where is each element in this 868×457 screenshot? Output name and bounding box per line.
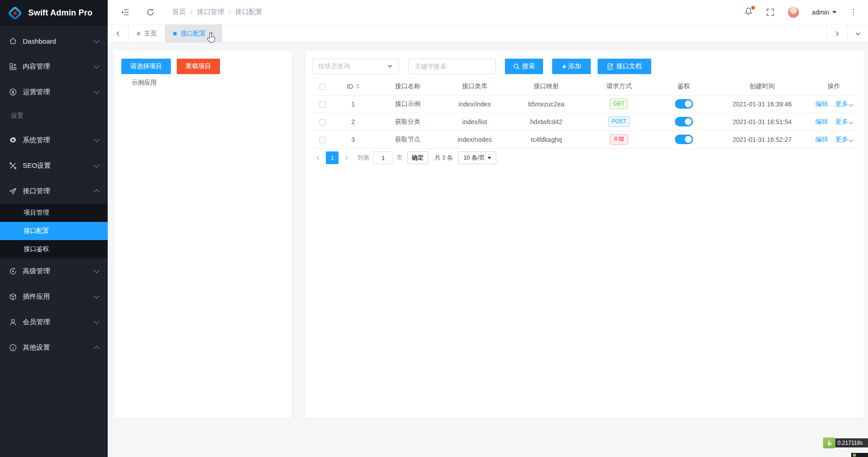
sidebar-item-content[interactable]: 内容管理 xyxy=(0,54,108,79)
next-page-button[interactable] xyxy=(340,151,352,164)
table-row: 2 获取分类 index/list hdxtwfcd42 POST 2021-0… xyxy=(312,113,858,131)
cell-id: 1 xyxy=(333,95,374,113)
api-docs-button[interactable]: 接口文档 xyxy=(598,59,651,74)
goto-page-input[interactable] xyxy=(373,151,393,164)
tab-api-config[interactable]: 接口配置 × xyxy=(165,25,222,42)
column-header-name: 接口名称 xyxy=(374,78,442,95)
sort-icon[interactable] xyxy=(356,84,359,89)
page-unit-label: 页 xyxy=(397,154,403,162)
breadcrumb-api-management[interactable]: 接口管理 xyxy=(197,8,224,16)
sidebar-item-api[interactable]: 接口管理 xyxy=(0,178,108,204)
home-icon xyxy=(9,37,17,45)
sidebar-item-system[interactable]: 系统管理 xyxy=(0,127,108,153)
sidebar-item-label: 其他设置 xyxy=(23,343,95,352)
auth-toggle[interactable] xyxy=(675,117,693,126)
table-row: 3 获取节点 index/nodes tc4fdkaghq 不限 2021-01… xyxy=(312,131,858,148)
tabs-scroll-left-button[interactable] xyxy=(108,25,129,42)
collapse-sidebar-icon[interactable] xyxy=(120,8,130,17)
tabs: 主页 接口配置 × xyxy=(129,25,826,42)
page-size-select[interactable]: 10 条/页 xyxy=(458,151,496,164)
tabbar: 主页 接口配置 × xyxy=(108,25,868,43)
cube-icon xyxy=(9,293,17,301)
auth-toggle[interactable] xyxy=(675,99,693,109)
column-header-auth: 鉴权 xyxy=(653,78,714,95)
edit-link[interactable]: 编辑 xyxy=(815,100,828,108)
tabs-menu-button[interactable] xyxy=(847,25,868,42)
tab-label: 主页 xyxy=(144,30,157,38)
keyword-search-input[interactable] xyxy=(409,59,496,74)
reload-project-button[interactable]: 重载项目 xyxy=(177,59,220,74)
more-menu-icon[interactable]: ⋮ xyxy=(849,8,857,16)
sidebar-item-seo[interactable]: SEO设置 xyxy=(0,153,108,178)
search-button-label: 搜索 xyxy=(522,62,535,70)
method-badge: POST xyxy=(608,116,630,126)
chevron-left-icon xyxy=(115,31,121,36)
notifications-button[interactable] xyxy=(744,7,753,18)
sidebar-item-members[interactable]: 会员管理 xyxy=(0,309,108,335)
select-all-checkbox[interactable] xyxy=(319,84,326,90)
sidebar-item-other[interactable]: 其他设置 xyxy=(0,335,108,360)
chevron-down-icon xyxy=(94,88,100,94)
edit-link[interactable]: 编辑 xyxy=(815,136,828,144)
cell-name: 获取节点 xyxy=(374,131,442,148)
chevron-right-icon xyxy=(344,155,349,161)
trace-bar[interactable] xyxy=(851,453,868,457)
cell-map: b5mxzuc2ea xyxy=(508,95,585,113)
logo-diamond-icon xyxy=(7,5,23,21)
more-link[interactable]: 更多 xyxy=(835,118,853,126)
sidebar-subitem-api-config[interactable]: 接口配置 xyxy=(0,222,108,240)
more-link[interactable]: 更多 xyxy=(835,100,853,108)
sidebar-item-dashboard[interactable]: Dashboard xyxy=(0,28,108,54)
tab-home[interactable]: 主页 xyxy=(129,25,165,42)
breadcrumb-home[interactable]: 首页 xyxy=(172,8,186,16)
avatar[interactable] xyxy=(788,6,799,18)
row-checkbox[interactable] xyxy=(319,137,326,143)
more-link[interactable]: 更多 xyxy=(835,136,853,144)
cell-lib: index/nodes xyxy=(442,131,508,148)
select-project-button[interactable]: 请选择项目 xyxy=(121,59,171,74)
edit-link[interactable]: 编辑 xyxy=(815,118,828,126)
breadcrumb-api-config: 接口配置 xyxy=(235,8,262,16)
api-table: ID 接口名称 接口类库 接口映射 请求方式 鉴权 创建时间 操作 1 xyxy=(312,78,858,149)
row-checkbox[interactable] xyxy=(319,101,326,108)
page-number-button[interactable]: 1 xyxy=(326,151,339,164)
status-filter-select[interactable]: 按状态查询 xyxy=(312,59,399,74)
cell-created-time: 2021-01-31 16:52:27 xyxy=(714,131,810,148)
column-header-method: 请求方式 xyxy=(585,78,653,95)
sidebar-item-operations[interactable]: 运营管理 xyxy=(0,79,108,105)
sidebar-item-label: 高级管理 xyxy=(23,267,95,276)
breadcrumb-separator: / xyxy=(190,8,192,16)
cell-map: tc4fdkaghq xyxy=(508,131,585,148)
auth-toggle[interactable] xyxy=(675,135,693,144)
sidebar-item-label: SEO设置 xyxy=(23,161,95,170)
trace-badge[interactable] xyxy=(823,437,835,448)
sidebar-menu: Dashboard 内容管理 运营管理 设置 系统管理 SEO设 xyxy=(0,26,108,360)
cell-name: 获取分类 xyxy=(374,113,442,131)
close-icon[interactable]: × xyxy=(210,30,214,37)
add-button[interactable]: + 添加 xyxy=(552,59,591,74)
user-menu[interactable]: admin xyxy=(812,9,837,16)
logo[interactable]: Swift Admin Pro xyxy=(0,0,108,26)
chevron-up-icon xyxy=(94,189,100,195)
project-tree-item[interactable]: 示例应用 xyxy=(131,79,157,87)
project-panel: 请选择项目 重载项目 示例应用 xyxy=(114,50,292,418)
tabs-scroll-right-button[interactable] xyxy=(826,25,847,42)
operations-icon xyxy=(9,88,17,96)
row-checkbox[interactable] xyxy=(319,119,326,126)
goto-confirm-button[interactable]: 确定 xyxy=(407,151,428,164)
sidebar-subitem-api-auth[interactable]: 接口鉴权 xyxy=(0,240,108,258)
prev-page-button[interactable] xyxy=(312,151,324,164)
fullscreen-icon[interactable] xyxy=(766,8,775,17)
paper-plane-icon xyxy=(9,187,17,195)
refresh-icon[interactable] xyxy=(146,8,155,17)
sidebar-item-plugins[interactable]: 插件应用 xyxy=(0,284,108,309)
app-window: Swift Admin Pro Dashboard 内容管理 运营管理 设置 xyxy=(0,0,868,457)
sidebar-item-label: 插件应用 xyxy=(23,292,95,301)
sidebar-subitem-project-management[interactable]: 项目管理 xyxy=(0,204,108,222)
search-button[interactable]: 搜索 xyxy=(505,59,543,74)
document-icon xyxy=(607,63,614,70)
chevron-down-icon xyxy=(849,120,853,124)
sidebar-item-advanced[interactable]: 高级管理 xyxy=(0,258,108,284)
flame-icon xyxy=(825,439,833,447)
tab-dot-icon xyxy=(137,32,140,35)
